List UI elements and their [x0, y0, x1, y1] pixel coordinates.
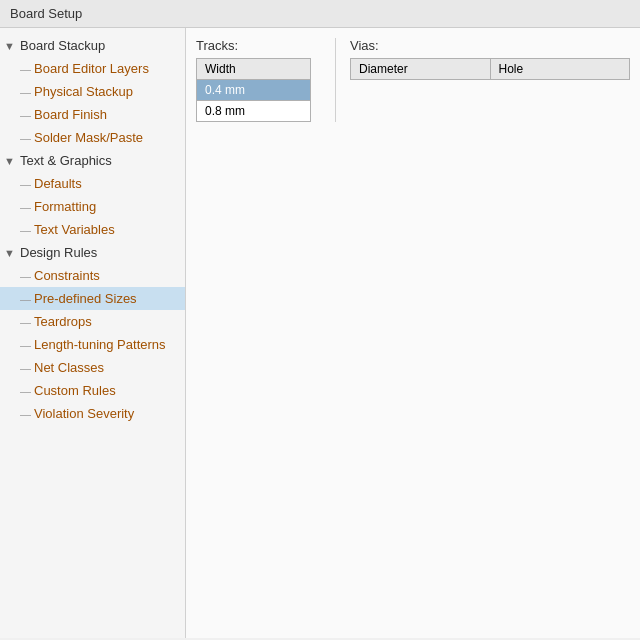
expand-icon-text-graphics: ▼	[4, 155, 18, 167]
tracks-table: Width 0.4 mm 0.8 mm	[196, 58, 311, 122]
sidebar-label-net-classes: Net Classes	[34, 360, 104, 375]
tracks-col-width: Width	[197, 59, 311, 80]
sidebar-item-violation-severity[interactable]: — Violation Severity	[0, 402, 185, 425]
sidebar-item-length-tuning[interactable]: — Length-tuning Patterns	[0, 333, 185, 356]
sidebar-label-custom-rules: Custom Rules	[34, 383, 116, 398]
sidebar-label-physical-stackup: Physical Stackup	[34, 84, 133, 99]
connector-icon: —	[20, 63, 31, 75]
sidebar-item-board-stackup[interactable]: ▼ Board Stackup	[0, 34, 185, 57]
connector-icon: —	[20, 109, 31, 121]
sidebar-item-net-classes[interactable]: — Net Classes	[0, 356, 185, 379]
expand-icon-board-stackup: ▼	[4, 40, 18, 52]
sidebar-label-defaults: Defaults	[34, 176, 82, 191]
connector-icon: —	[20, 201, 31, 213]
sidebar-label-board-finish: Board Finish	[34, 107, 107, 122]
sidebar-item-design-rules[interactable]: ▼ Design Rules	[0, 241, 185, 264]
sidebar-label-solder-mask-paste: Solder Mask/Paste	[34, 130, 143, 145]
vias-label: Vias:	[350, 38, 630, 53]
sidebar-label-board-editor-layers: Board Editor Layers	[34, 61, 149, 76]
connector-icon: —	[20, 132, 31, 144]
sidebar-label-teardrops: Teardrops	[34, 314, 92, 329]
connector-icon: —	[20, 339, 31, 351]
connector-icon: —	[20, 408, 31, 420]
table-row[interactable]: 0.8 mm	[197, 101, 311, 122]
sidebar-label-design-rules: Design Rules	[20, 245, 97, 260]
vias-table: Diameter Hole	[350, 58, 630, 80]
sidebar-item-solder-mask-paste[interactable]: — Solder Mask/Paste	[0, 126, 185, 149]
connector-icon: —	[20, 86, 31, 98]
sidebar-label-board-stackup: Board Stackup	[20, 38, 105, 53]
connector-icon: —	[20, 293, 31, 305]
tracks-label: Tracks:	[196, 38, 321, 53]
tracks-section: Tracks: Width 0.4 mm 0.8 mm	[196, 38, 336, 122]
sidebar-item-board-finish[interactable]: — Board Finish	[0, 103, 185, 126]
sidebar-label-length-tuning: Length-tuning Patterns	[34, 337, 166, 352]
connector-icon: —	[20, 224, 31, 236]
sidebar-item-constraints[interactable]: — Constraints	[0, 264, 185, 287]
vias-col-diameter: Diameter	[351, 59, 491, 80]
content-area: Tracks: Width 0.4 mm 0.8 mm	[186, 28, 640, 638]
sidebar-item-text-variables[interactable]: — Text Variables	[0, 218, 185, 241]
sidebar-label-formatting: Formatting	[34, 199, 96, 214]
sidebar-item-formatting[interactable]: — Formatting	[0, 195, 185, 218]
connector-icon: —	[20, 362, 31, 374]
sidebar-label-constraints: Constraints	[34, 268, 100, 283]
sidebar-item-custom-rules[interactable]: — Custom Rules	[0, 379, 185, 402]
sidebar-label-pre-defined-sizes: Pre-defined Sizes	[34, 291, 137, 306]
sidebar-item-physical-stackup[interactable]: — Physical Stackup	[0, 80, 185, 103]
sidebar-item-pre-defined-sizes[interactable]: — Pre-defined Sizes	[0, 287, 185, 310]
connector-icon: —	[20, 316, 31, 328]
sidebar-item-teardrops[interactable]: — Teardrops	[0, 310, 185, 333]
track-width-cell: 0.8 mm	[197, 101, 311, 122]
title-text: Board Setup	[10, 6, 82, 21]
vias-section: Vias: Diameter Hole	[336, 38, 630, 122]
track-width-cell: 0.4 mm	[197, 80, 311, 101]
connector-icon: —	[20, 270, 31, 282]
title-bar: Board Setup	[0, 0, 640, 28]
sidebar-label-text-variables: Text Variables	[34, 222, 115, 237]
sidebar-item-defaults[interactable]: — Defaults	[0, 172, 185, 195]
expand-icon-design-rules: ▼	[4, 247, 18, 259]
vias-col-hole: Hole	[490, 59, 630, 80]
table-row[interactable]: 0.4 mm	[197, 80, 311, 101]
connector-icon: —	[20, 178, 31, 190]
connector-icon: —	[20, 385, 31, 397]
sidebar-item-board-editor-layers[interactable]: — Board Editor Layers	[0, 57, 185, 80]
sidebar: ▼ Board Stackup — Board Editor Layers — …	[0, 28, 186, 638]
sidebar-label-violation-severity: Violation Severity	[34, 406, 134, 421]
sidebar-item-text-graphics[interactable]: ▼ Text & Graphics	[0, 149, 185, 172]
sidebar-label-text-graphics: Text & Graphics	[20, 153, 112, 168]
